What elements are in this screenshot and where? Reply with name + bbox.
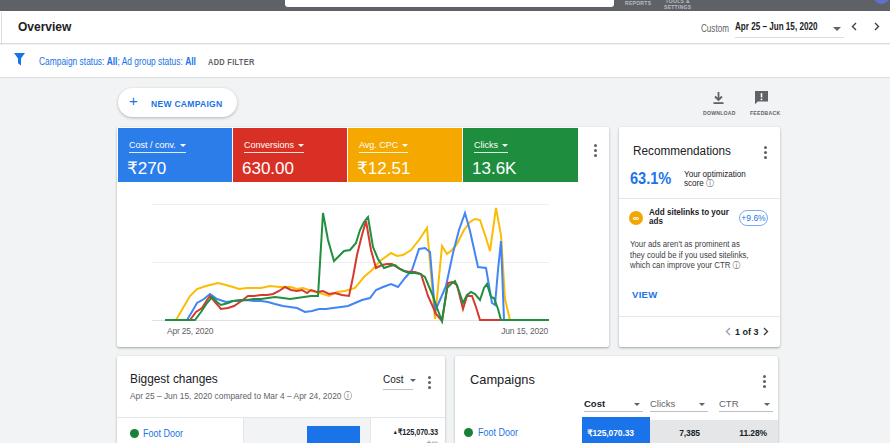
svg-text:Apr 25, 2020: Apr 25, 2020 bbox=[167, 326, 214, 336]
svg-text:Jun 15, 2020: Jun 15, 2020 bbox=[501, 326, 548, 336]
